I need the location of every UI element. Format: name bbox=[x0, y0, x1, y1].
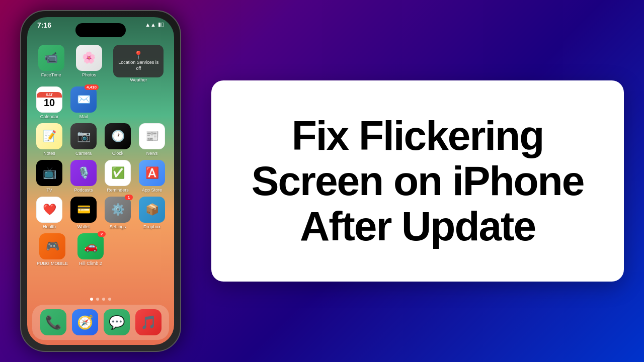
battery-icon: ▮▯ bbox=[158, 21, 164, 28]
mail-badge: 4,410 bbox=[85, 84, 99, 90]
camera-icon[interactable]: 📷 Camera bbox=[67, 123, 100, 156]
dock: 📞 🧭 💬 🎵 bbox=[32, 305, 169, 340]
settings-badge: 1 bbox=[125, 195, 133, 200]
page-dot-1 bbox=[90, 298, 93, 301]
pubg-icon[interactable]: 🎮 PUBG MOBILE bbox=[36, 233, 68, 266]
page-dot-2 bbox=[96, 298, 99, 301]
wallet-icon[interactable]: 💳 Wallet bbox=[67, 197, 100, 229]
panel-line2: Screen on iPhone bbox=[252, 158, 584, 204]
hillclimb-badge: 2 bbox=[98, 231, 106, 237]
iphone-screen: 7:16 ▲▲ ▮▯ 📹 FaceTime bbox=[27, 17, 174, 345]
podcasts-icon[interactable]: 🎙️ Podcasts bbox=[67, 160, 100, 193]
panel-line1: Fix Flickering bbox=[292, 113, 544, 158]
notes-icon[interactable]: 📝 Notes bbox=[33, 123, 65, 156]
app-row-5: ❤️ Health 💳 Wallet ⚙️ 1 bbox=[32, 197, 169, 229]
health-icon[interactable]: ❤️ Health bbox=[33, 197, 65, 229]
app-row-4: 📺 TV 🎙️ Podcasts ✅ Remind bbox=[32, 160, 169, 193]
appstore-icon[interactable]: 🅰️ App Store bbox=[136, 160, 168, 193]
status-icons: ▲▲ ▮▯ bbox=[145, 21, 164, 28]
reminders-icon[interactable]: ✅ Reminders bbox=[102, 160, 134, 193]
home-grid: 📹 FaceTime 🌸 Photos 📍 bbox=[32, 45, 169, 305]
dock-music-icon[interactable]: 🎵 bbox=[135, 309, 162, 335]
photos-icon[interactable]: 🌸 Photos bbox=[73, 45, 105, 82]
dropbox-icon[interactable]: 📦 Dropbox bbox=[136, 197, 168, 229]
app-row-3: 📝 Notes 📷 Camera 🕐 Clock bbox=[32, 123, 169, 156]
text-panel: Fix Flickering Screen on iPhone After Up… bbox=[211, 80, 624, 282]
page-dot-4 bbox=[108, 298, 111, 301]
dock-messages-icon[interactable]: 💬 bbox=[104, 309, 130, 335]
hillclimb-icon[interactable]: 🚗 2 Hill Climb 2 bbox=[74, 233, 107, 266]
iphone-mockup: 7:16 ▲▲ ▮▯ 📹 FaceTime bbox=[20, 10, 181, 352]
news-icon[interactable]: 📰 News bbox=[136, 123, 168, 156]
status-time: 7:16 bbox=[37, 21, 51, 29]
app-row-calendar: SAT 10 Calendar ✉️ 4,410 Mail bbox=[32, 86, 169, 119]
calendar-icon[interactable]: SAT 10 Calendar bbox=[33, 86, 65, 119]
app-row-1: 📹 FaceTime 🌸 Photos 📍 bbox=[32, 45, 169, 82]
weather-notification[interactable]: 📍 Location Services is off Weather bbox=[111, 45, 166, 82]
mail-icon[interactable]: ✉️ 4,410 Mail bbox=[67, 86, 100, 119]
settings-icon[interactable]: ⚙️ 1 Settings bbox=[102, 197, 134, 229]
notification-text: Location Services is off bbox=[116, 60, 160, 71]
page-dots bbox=[27, 298, 174, 301]
dock-safari-icon[interactable]: 🧭 bbox=[72, 309, 98, 335]
panel-title: Fix Flickering Screen on iPhone After Up… bbox=[252, 113, 584, 249]
wifi-icon: ▲▲ bbox=[145, 22, 156, 28]
clock-icon[interactable]: 🕐 Clock bbox=[102, 123, 134, 156]
tv-icon[interactable]: 📺 TV bbox=[33, 160, 65, 193]
panel-line3: After Update bbox=[300, 203, 535, 249]
dock-phone-icon[interactable]: 📞 bbox=[40, 309, 66, 335]
page-dot-3 bbox=[102, 298, 105, 301]
app-row-6: 🎮 PUBG MOBILE 🚗 2 Hill Climb 2 bbox=[32, 233, 169, 266]
location-services-widget: 📍 Location Services is off bbox=[113, 45, 164, 77]
dynamic-island bbox=[75, 23, 126, 37]
scene: 7:16 ▲▲ ▮▯ 📹 FaceTime bbox=[10, 5, 634, 357]
facetime-icon[interactable]: 📹 FaceTime bbox=[35, 45, 67, 82]
